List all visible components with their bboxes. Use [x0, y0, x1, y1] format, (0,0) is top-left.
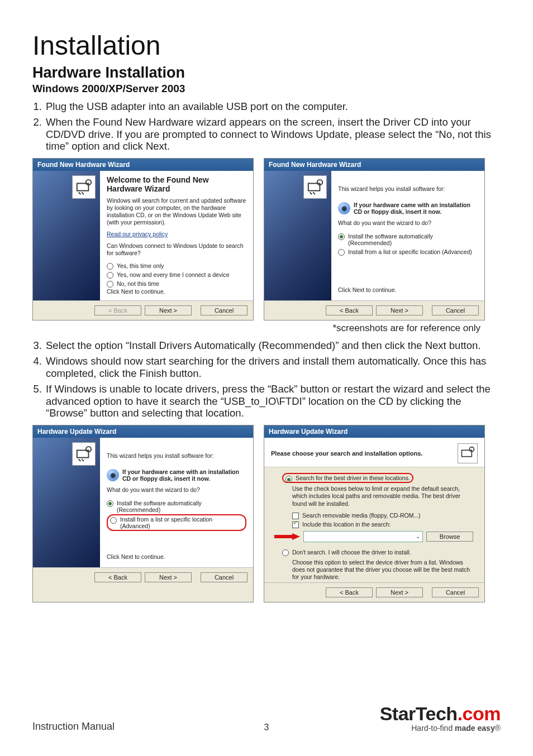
screenshot-caption: *screenshots are for reference only — [32, 323, 480, 334]
highlight-circle: Install from a list or specific location… — [107, 514, 246, 531]
next-button[interactable]: Next > — [145, 572, 192, 582]
wizard-question: Can Windows connect to Windows Update to… — [107, 242, 246, 257]
wizard-hardware-update-install: Hardware Update Wizard This wizard helps… — [32, 425, 254, 602]
wizard-sidebar — [33, 438, 100, 567]
hardware-icon — [458, 443, 478, 463]
step-item: When the Found New Hardware wizard appea… — [45, 116, 501, 152]
registered-mark: ® — [495, 724, 501, 733]
radio-install-auto[interactable]: Install the software automatically (Reco… — [107, 499, 246, 514]
cancel-button[interactable]: Cancel — [201, 572, 248, 582]
footer-label: Instruction Manual — [32, 721, 115, 733]
next-button[interactable]: Next > — [376, 305, 423, 315]
brand-name-b: .com — [458, 703, 501, 724]
page-footer: Instruction Manual 3 StarTech.com Hard-t… — [32, 703, 501, 733]
checkbox-removable-media[interactable]: Search removable media (floppy, CD-ROM..… — [292, 511, 473, 520]
wizard-question: What do you want the wizard to do? — [338, 219, 478, 227]
radio-install-advanced[interactable]: Install from a list or specific location… — [110, 516, 243, 529]
chevron-down-icon: ⌄ — [416, 533, 420, 539]
wizard-text: This wizard helps you install software f… — [107, 452, 246, 460]
wizard-continue-text: Click Next to continue. — [107, 553, 246, 561]
back-button[interactable]: < Back — [94, 305, 141, 315]
steps-list-b: Select the option “Install Drivers Autom… — [32, 339, 501, 419]
steps-list-a: Plug the USB adapter into an available U… — [32, 101, 501, 152]
radio-install-auto[interactable]: Install the software automatically (Reco… — [338, 232, 478, 247]
radio-install-advanced[interactable]: Install from a list or specific location… — [338, 247, 478, 256]
browse-button[interactable]: Browse — [426, 532, 473, 542]
cancel-button[interactable]: Cancel — [201, 305, 248, 315]
window-titlebar: Hardware Update Wizard — [264, 425, 484, 438]
hardware-icon — [72, 175, 96, 199]
radio-no[interactable]: No, not this time — [107, 279, 246, 288]
location-combobox[interactable]: ⌄ — [303, 531, 423, 542]
cd-icon: ◉ — [107, 469, 119, 481]
tagline-a: Hard-to-find — [411, 724, 455, 733]
option-description: Use the check boxes below to limit or ex… — [292, 485, 473, 507]
radio-yes-always[interactable]: Yes, now and every time I connect a devi… — [107, 270, 246, 279]
cd-icon: ◉ — [338, 202, 350, 214]
tagline-b: made easy — [455, 724, 495, 733]
wizard-question: What do you want the wizard to do? — [107, 486, 246, 494]
wizard-hardware-update-options: Hardware Update Wizard Please choose you… — [264, 425, 485, 602]
hardware-icon — [303, 175, 327, 199]
radio-search-best[interactable]: Search for the best driver in these loca… — [285, 475, 410, 481]
brand-name-a: StarTech — [380, 703, 458, 724]
wizard-heading: Welcome to the Found New Hardware Wizard — [107, 175, 246, 193]
radio-yes-once[interactable]: Yes, this time only — [107, 261, 246, 270]
wizard-sidebar — [33, 171, 100, 300]
radio-dont-search[interactable]: Don't search. I will choose the driver t… — [282, 548, 473, 557]
highlight-circle: Search for the best driver in these loca… — [282, 473, 413, 483]
window-titlebar: Found New Hardware Wizard — [33, 159, 253, 171]
screenshot-row: Found New Hardware Wizard Welcome to the… — [32, 158, 501, 320]
step-item: Select the option “Install Drivers Autom… — [45, 339, 501, 352]
wizard-sidebar — [264, 171, 331, 300]
cancel-button[interactable]: Cancel — [432, 305, 479, 315]
wizard-continue-text: Click Next to continue. — [107, 288, 246, 295]
step-item: Plug the USB adapter into an available U… — [45, 101, 501, 113]
option-description: Choose this option to select the device … — [292, 559, 473, 581]
brand-logo: StarTech.com — [380, 703, 501, 725]
subsection-heading: Windows 2000/XP/Server 2003 — [32, 83, 501, 95]
brand-block: StarTech.com Hard-to-find made easy® — [380, 703, 501, 733]
back-button[interactable]: < Back — [94, 572, 141, 582]
page: Installation Hardware Installation Windo… — [0, 0, 533, 602]
wizard-continue-text: Click Next to continue. — [338, 286, 478, 294]
hardware-icon — [72, 442, 96, 466]
wizard-found-new-hardware-welcome: Found New Hardware Wizard Welcome to the… — [32, 158, 254, 320]
wizard-text: Windows will search for current and upda… — [107, 197, 246, 227]
insert-cd-hint: ◉ If your hardware came with an installa… — [338, 202, 478, 215]
page-number: 3 — [264, 722, 269, 733]
next-button[interactable]: Next > — [376, 587, 423, 597]
section-heading: Hardware Installation — [32, 64, 501, 82]
wizard-heading: Please choose your search and installati… — [271, 450, 422, 457]
step-item: Windows should now start searching for t… — [45, 355, 501, 380]
page-title: Installation — [32, 30, 501, 61]
hint-text: If your hardware came with an installati… — [122, 468, 246, 482]
window-titlebar: Found New Hardware Wizard — [264, 159, 484, 171]
insert-cd-hint: ◉ If your hardware came with an installa… — [107, 468, 246, 482]
privacy-link[interactable]: Read our privacy policy — [107, 231, 168, 237]
hint-text: If your hardware came with an installati… — [354, 202, 478, 215]
wizard-found-new-hardware-install: Found New Hardware Wizard This wizard he… — [264, 158, 485, 320]
next-button[interactable]: Next > — [145, 305, 192, 315]
step-item: If Windows is unable to locate drivers, … — [45, 383, 501, 419]
brand-tagline: Hard-to-find made easy® — [380, 724, 501, 733]
cancel-button[interactable]: Cancel — [432, 587, 479, 597]
wizard-text: This wizard helps you install software f… — [338, 185, 478, 193]
back-button[interactable]: < Back — [326, 587, 373, 597]
back-button[interactable]: < Back — [326, 305, 373, 315]
checkbox-include-location[interactable]: Include this location in the search: — [292, 520, 473, 529]
screenshot-row: Hardware Update Wizard This wizard helps… — [32, 425, 501, 602]
window-titlebar: Hardware Update Wizard — [33, 425, 253, 438]
arrow-icon — [292, 533, 300, 540]
